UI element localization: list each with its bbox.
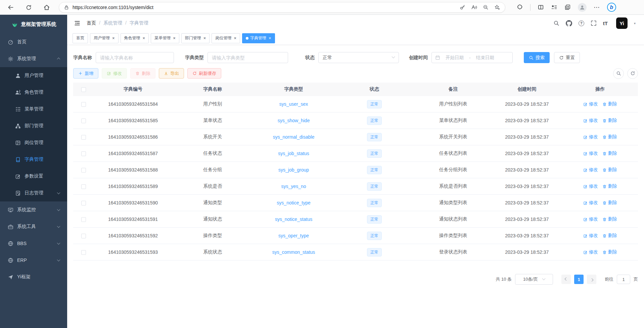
row-delete-link[interactable]: 删除: [602, 150, 617, 156]
refresh-table-button[interactable]: [627, 68, 638, 79]
dict-type-link[interactable]: sys_oper_type: [253, 233, 334, 238]
sidebar-item[interactable]: BBS: [0, 235, 67, 252]
dict-type-link[interactable]: sys_normal_disable: [253, 134, 334, 140]
url-input[interactable]: [73, 5, 456, 10]
row-checkbox[interactable]: [81, 201, 86, 205]
row-checkbox[interactable]: [81, 234, 86, 238]
dict-type-link[interactable]: sys_user_sex: [253, 101, 334, 107]
password-key-icon[interactable]: [460, 4, 465, 10]
sidebar-item[interactable]: 系统管理: [0, 50, 67, 67]
sidebar-item[interactable]: 系统监控: [0, 201, 67, 218]
copilot-icon[interactable]: b: [607, 3, 616, 12]
dict-type-link[interactable]: sys_yes_no: [253, 184, 334, 189]
split-screen-icon[interactable]: [538, 4, 544, 10]
row-edit-link[interactable]: 修改: [583, 200, 598, 206]
tab[interactable]: 岗位管理 ×: [212, 33, 240, 43]
browser-back-button[interactable]: [7, 4, 14, 11]
user-caret-icon[interactable]: ▾: [634, 21, 636, 25]
row-delete-link[interactable]: 删除: [602, 134, 617, 140]
breadcrumb-item[interactable]: 系统管理: [96, 20, 122, 26]
row-checkbox[interactable]: [81, 151, 86, 156]
row-edit-link[interactable]: 修改: [583, 118, 598, 124]
row-delete-link[interactable]: 删除: [602, 233, 617, 239]
row-checkbox[interactable]: [81, 119, 86, 123]
row-edit-link[interactable]: 修改: [583, 233, 598, 239]
breadcrumb-item[interactable]: 首页: [87, 20, 96, 26]
browser-menu-icon[interactable]: ⋯: [594, 4, 600, 11]
page-size-select[interactable]: 10条/页: [515, 274, 553, 285]
row-delete-link[interactable]: 删除: [602, 249, 617, 255]
address-bar[interactable]: [59, 2, 505, 13]
browser-home-button[interactable]: [43, 4, 50, 11]
row-delete-link[interactable]: 删除: [602, 200, 617, 206]
reset-button[interactable]: 重置: [554, 52, 580, 63]
browser-profile-avatar[interactable]: [578, 3, 587, 12]
sidebar-item[interactable]: 部门管理: [0, 118, 67, 134]
sidebar-item[interactable]: 岗位管理: [0, 134, 67, 151]
breadcrumb-item[interactable]: 字典管理: [122, 20, 148, 26]
end-date-input[interactable]: [473, 55, 498, 60]
sidebar-item[interactable]: 系统工具: [0, 218, 67, 235]
row-edit-link[interactable]: 修改: [583, 216, 598, 222]
row-checkbox[interactable]: [81, 184, 86, 189]
goto-page-input[interactable]: [617, 275, 630, 284]
close-icon[interactable]: ×: [203, 36, 206, 40]
row-checkbox[interactable]: [81, 217, 86, 222]
add-button[interactable]: 新增: [73, 68, 98, 79]
github-icon[interactable]: [566, 20, 572, 27]
row-delete-link[interactable]: 删除: [602, 216, 617, 222]
sidebar-item[interactable]: 菜单管理: [0, 101, 67, 118]
add-favorite-icon[interactable]: [494, 4, 500, 10]
tab[interactable]: 首页: [73, 33, 88, 43]
favorites-icon[interactable]: [551, 4, 557, 10]
row-checkbox[interactable]: [81, 250, 86, 255]
row-edit-link[interactable]: 修改: [583, 183, 598, 189]
dict-type-link[interactable]: sys_show_hide: [253, 118, 334, 123]
close-icon[interactable]: ×: [269, 36, 271, 40]
sidebar-item[interactable]: 字典管理: [0, 151, 67, 168]
dict-name-input[interactable]: [96, 52, 174, 63]
row-delete-link[interactable]: 删除: [602, 118, 617, 124]
row-delete-link[interactable]: 删除: [602, 167, 617, 173]
sidebar-item[interactable]: Yi框架: [0, 269, 67, 285]
status-select[interactable]: 正常: [318, 52, 399, 63]
refresh-cache-button[interactable]: 刷新缓存: [187, 68, 221, 79]
current-page-button[interactable]: 1: [574, 275, 584, 284]
sidebar-fold-icon[interactable]: [74, 20, 81, 27]
tab[interactable]: 字典管理 ×: [242, 33, 275, 43]
tab[interactable]: 菜单管理 ×: [151, 33, 179, 43]
row-edit-link[interactable]: 修改: [583, 134, 598, 140]
edit-button[interactable]: 修改: [102, 68, 127, 79]
sidebar-item[interactable]: ERP: [0, 252, 67, 269]
row-checkbox[interactable]: [81, 102, 86, 107]
start-date-input[interactable]: [442, 55, 467, 60]
sidebar-item[interactable]: 参数设置: [0, 168, 67, 185]
row-edit-link[interactable]: 修改: [583, 249, 598, 255]
delete-button[interactable]: 删除: [130, 68, 155, 79]
dict-type-link[interactable]: sys_job_group: [253, 167, 334, 173]
app-logo[interactable]: 意框架管理系统: [0, 15, 67, 34]
search-button[interactable]: 搜索: [524, 52, 550, 63]
close-icon[interactable]: ×: [112, 36, 115, 40]
tab[interactable]: 部门管理 ×: [181, 33, 210, 43]
dict-type-input[interactable]: [208, 52, 288, 63]
close-icon[interactable]: ×: [143, 36, 145, 40]
sidebar-item[interactable]: 角色管理: [0, 84, 67, 101]
font-size-icon[interactable]: tT: [603, 20, 608, 26]
export-button[interactable]: 导出: [159, 68, 184, 79]
close-icon[interactable]: ×: [234, 36, 236, 40]
dict-type-link[interactable]: sys_common_status: [253, 249, 334, 255]
row-edit-link[interactable]: 修改: [583, 101, 598, 107]
fullscreen-icon[interactable]: [591, 20, 597, 26]
row-delete-link[interactable]: 删除: [602, 101, 617, 107]
row-delete-link[interactable]: 删除: [602, 183, 617, 189]
row-checkbox[interactable]: [81, 135, 86, 140]
toggle-search-button[interactable]: [613, 68, 624, 79]
help-icon[interactable]: ?: [579, 20, 584, 26]
zoom-out-icon[interactable]: [483, 4, 489, 10]
row-checkbox[interactable]: [81, 168, 86, 173]
select-all-checkbox[interactable]: [81, 87, 86, 92]
extensions-icon[interactable]: [517, 4, 523, 10]
close-icon[interactable]: ×: [173, 36, 176, 40]
row-edit-link[interactable]: 修改: [583, 167, 598, 173]
